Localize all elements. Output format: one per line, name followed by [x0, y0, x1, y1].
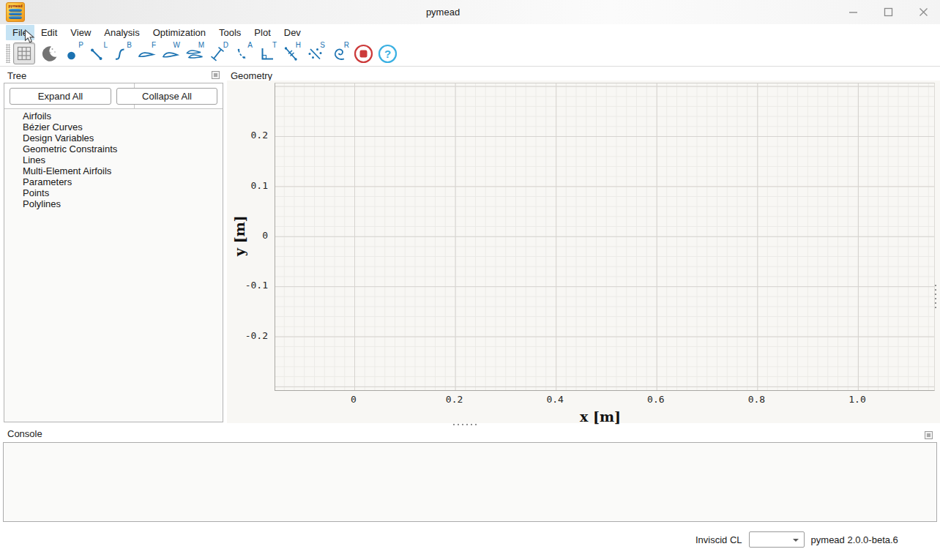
tree-item-design-variables[interactable]: Design Variables [4, 132, 223, 143]
x-tick-label: 0.2 [446, 394, 463, 405]
collapse-all-button[interactable]: Collapse All [116, 88, 217, 105]
curvature-constraint-icon[interactable]: H [279, 41, 303, 66]
maximize-icon[interactable] [879, 3, 898, 22]
tree-widget: Expand All Collapse All AirfoilsBézier C… [4, 83, 223, 422]
inviscid-cl-label: Inviscid CL [695, 534, 742, 545]
stop-icon[interactable] [351, 41, 376, 66]
tree-dock: Tree Expand All Collapse All AirfoilsBéz… [0, 70, 227, 423]
geometry-panel-title: Geometry [231, 70, 272, 81]
tree-list: AirfoilsBézier CurvesDesign VariablesGeo… [4, 111, 223, 209]
distance-constraint-icon[interactable]: D [206, 41, 231, 66]
title-bar[interactable]: pymead pymead [0, 0, 940, 24]
y-tick-label: 0 [262, 230, 268, 241]
x-tick-label: 0.8 [748, 394, 765, 405]
menu-item-file[interactable]: File [6, 25, 34, 40]
window-title: pymead [0, 0, 886, 24]
geometry-dock: Geometry 0.20.10-0.1-0.2 00.20.40.60.81.… [227, 70, 940, 423]
expand-all-button[interactable]: Expand All [10, 88, 111, 105]
x-axis-label: x [m] [580, 408, 621, 425]
plot-viewbox[interactable] [275, 83, 935, 391]
line-tool-icon[interactable]: L [86, 41, 110, 66]
horizontal-splitter-handle[interactable] [453, 424, 477, 425]
tree-item-multi-element-airfoils[interactable]: Multi-Element Airfoils [4, 165, 223, 176]
right-splitter-handle[interactable] [935, 285, 936, 308]
menu-item-optimization[interactable]: Optimization [146, 25, 212, 40]
point-tool-icon[interactable]: P [61, 41, 86, 66]
x-tick-label: 0.4 [546, 394, 563, 405]
tree-item-points[interactable]: Points [4, 187, 223, 198]
minimize-icon[interactable] [843, 3, 862, 22]
menu-item-tools[interactable]: Tools [212, 25, 247, 40]
multi-element-airfoil-tool-icon[interactable]: M [182, 41, 206, 66]
y-tick-label: -0.2 [245, 329, 268, 340]
svg-text:?: ? [384, 47, 391, 59]
x-tick-label: 0.6 [647, 394, 664, 405]
web-airfoil-tool-icon[interactable]: W [158, 41, 182, 66]
console-float-icon[interactable] [925, 431, 933, 439]
y-tick-label: 0.1 [251, 179, 268, 190]
radius-constraint-icon[interactable]: R [327, 41, 351, 66]
tree-item-lines[interactable]: Lines [4, 154, 223, 165]
airfoil-tool-icon[interactable]: F [134, 41, 158, 66]
menu-item-analysis[interactable]: Analysis [97, 25, 146, 40]
inviscid-cl-combobox[interactable] [749, 531, 805, 548]
menu-item-edit[interactable]: Edit [34, 25, 64, 40]
dark-mode-icon[interactable] [37, 41, 61, 66]
tree-item-parameters[interactable]: Parameters [4, 176, 223, 187]
y-tick-label: 0.2 [251, 130, 268, 141]
geometry-plot[interactable]: 0.20.10-0.1-0.2 00.20.40.60.81.0 x [m] y… [227, 81, 940, 423]
x-tick-label: 0 [351, 394, 357, 405]
menu-item-plot[interactable]: Plot [247, 25, 277, 40]
toolbar: PLBFWMDATHSR? [0, 41, 940, 67]
tree-item-airfoils[interactable]: Airfoils [4, 111, 223, 122]
console-output[interactable] [3, 442, 937, 522]
version-label: pymead 2.0.0-beta.6 [811, 534, 898, 545]
angle-constraint-icon[interactable]: A [231, 41, 255, 66]
symmetry-constraint-icon[interactable]: S [303, 41, 327, 66]
menu-bar: FileEditViewAnalysisOptimizationToolsPlo… [0, 24, 940, 41]
chevron-down-icon [793, 539, 799, 542]
grid-toggle-icon[interactable] [13, 42, 35, 64]
close-icon[interactable] [914, 3, 933, 22]
tree-item-b-zier-curves[interactable]: Bézier Curves [4, 122, 223, 132]
tree-header: Expand All Collapse All [4, 83, 223, 109]
tree-panel-title: Tree [7, 70, 26, 81]
tree-float-icon[interactable] [212, 71, 220, 79]
tangent-constraint-icon[interactable]: T [255, 41, 279, 66]
x-tick-label: 1.0 [848, 394, 865, 405]
menu-item-dev[interactable]: Dev [277, 25, 307, 40]
status-bar: Inviscid CL pymead 2.0.0-beta.6 [695, 531, 898, 548]
menu-item-view[interactable]: View [64, 25, 97, 40]
tree-item-geometric-constraints[interactable]: Geometric Constraints [4, 143, 223, 154]
console-panel-title: Console [7, 428, 42, 439]
x-axis-ticks: 00.20.40.60.81.0 [275, 394, 933, 407]
help-icon[interactable]: ? [376, 41, 400, 66]
toolbar-drag-handle[interactable] [6, 44, 10, 63]
console-dock: Console [0, 428, 940, 523]
bezier-tool-icon[interactable]: B [110, 41, 134, 66]
tree-item-polylines[interactable]: Polylines [4, 198, 223, 209]
y-axis-label: y [m] [231, 215, 247, 256]
y-tick-label: -0.1 [245, 280, 268, 291]
